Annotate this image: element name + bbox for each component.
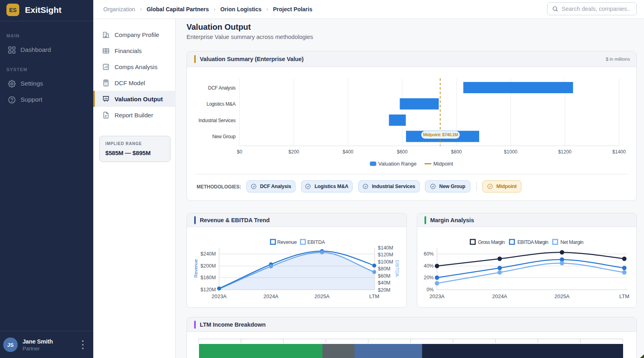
svg-text:Midpoint: $740.1M: Midpoint: $740.1M bbox=[423, 132, 458, 137]
svg-text:2025A: 2025A bbox=[554, 293, 570, 299]
svg-text:$600: $600 bbox=[397, 149, 408, 155]
svg-text:$0: $0 bbox=[237, 149, 242, 155]
svg-text:$140M: $140M bbox=[378, 245, 393, 251]
svg-text:Logistics M&A: Logistics M&A bbox=[207, 101, 236, 107]
svg-text:60%: 60% bbox=[424, 251, 434, 257]
svg-text:$200: $200 bbox=[289, 149, 299, 155]
svg-text:Gross Margin: Gross Margin bbox=[478, 239, 505, 245]
svg-text:Revenue: Revenue bbox=[277, 239, 297, 245]
svg-text:EBITDA: EBITDA bbox=[395, 260, 400, 277]
svg-text:$240M: $240M bbox=[201, 251, 216, 257]
svg-text:20%: 20% bbox=[424, 275, 434, 280]
svg-text:$80M: $80M bbox=[378, 266, 390, 272]
svg-text:LTM: LTM bbox=[619, 293, 629, 299]
svg-text:Midpoint: Midpoint bbox=[433, 161, 453, 167]
svg-text:$20M: $20M bbox=[378, 287, 390, 293]
svg-text:$1400: $1400 bbox=[612, 149, 626, 155]
svg-text:$1200: $1200 bbox=[558, 149, 572, 155]
svg-text:$40M: $40M bbox=[378, 280, 390, 286]
svg-text:$200M: $200M bbox=[201, 263, 216, 269]
svg-text:Industrial Services: Industrial Services bbox=[199, 118, 236, 123]
svg-text:DCF Analysis: DCF Analysis bbox=[208, 85, 236, 91]
svg-text:2023A: 2023A bbox=[429, 293, 445, 299]
svg-text:$100M: $100M bbox=[378, 259, 393, 265]
svg-text:$400: $400 bbox=[343, 149, 353, 155]
svg-text:New Group: New Group bbox=[212, 134, 236, 139]
svg-text:$120M: $120M bbox=[378, 252, 393, 258]
svg-text:Valuation Range: Valuation Range bbox=[378, 161, 416, 167]
svg-text:2025A: 2025A bbox=[314, 293, 330, 299]
svg-text:2023A: 2023A bbox=[211, 293, 227, 299]
svg-text:$160M: $160M bbox=[201, 275, 216, 280]
svg-text:$800: $800 bbox=[451, 149, 462, 155]
svg-text:Net Margin: Net Margin bbox=[560, 239, 584, 245]
svg-text:40%: 40% bbox=[424, 263, 434, 269]
svg-text:EBITDA Margin: EBITDA Margin bbox=[517, 239, 548, 245]
svg-text:$60M: $60M bbox=[378, 273, 390, 279]
svg-text:2024A: 2024A bbox=[492, 293, 507, 299]
svg-text:0%: 0% bbox=[427, 287, 434, 293]
svg-text:Revenue: Revenue bbox=[193, 259, 198, 278]
svg-text:LTM: LTM bbox=[369, 293, 379, 299]
svg-text:$120M: $120M bbox=[201, 287, 216, 293]
svg-text:EBITDA: EBITDA bbox=[308, 239, 326, 245]
svg-text:2024A: 2024A bbox=[263, 293, 279, 299]
svg-text:$1000: $1000 bbox=[504, 149, 518, 155]
